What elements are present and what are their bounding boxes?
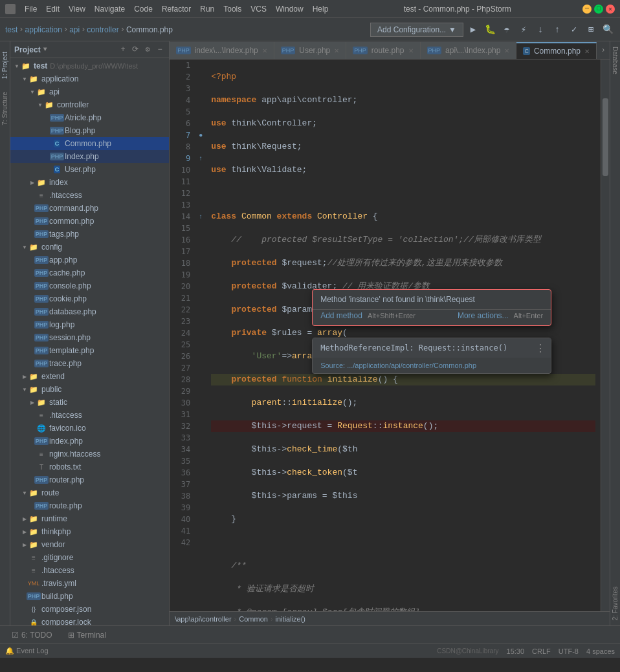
bc-method[interactable]: initialize()	[276, 615, 305, 623]
side-tab-structure[interactable]: 7: Structure	[0, 87, 10, 131]
menu-code[interactable]: Code	[130, 3, 157, 15]
tree-item-composer-lock[interactable]: 🔒 composer.lock	[10, 616, 169, 625]
status-line-ending[interactable]: CRLF	[532, 647, 551, 655]
side-tab-favorites[interactable]: 2: Favorites	[610, 581, 620, 625]
tree-item-composer-json[interactable]: {} composer.json	[10, 603, 169, 616]
tree-item-travis[interactable]: YML .travis.yml	[10, 577, 169, 590]
minimap-scrollbar[interactable]	[601, 60, 610, 611]
tree-item-public[interactable]: ▼ 📁 public	[10, 383, 169, 396]
git-update-button[interactable]: ↓	[533, 23, 548, 37]
tree-item-tags[interactable]: PHP tags.php	[10, 228, 169, 241]
side-tab-database[interactable]: Database	[610, 41, 620, 80]
code-editor[interactable]: 1 2 3 4 5 6 7 8 9 10 11 12 13 14 15 16 1…	[170, 60, 610, 611]
tree-item-template[interactable]: PHP template.php	[10, 344, 169, 357]
menu-file[interactable]: File	[21, 3, 41, 15]
tree-item-htaccess2[interactable]: ≡ .htaccess	[10, 409, 169, 422]
tab-close-route[interactable]: ✕	[408, 47, 414, 54]
add-method-link[interactable]: Add method	[320, 311, 362, 320]
tree-item-common[interactable]: C Common.php	[10, 137, 169, 150]
tree-item-thinkphp[interactable]: ▶ 📁 thinkphp	[10, 525, 169, 538]
tree-item-index-folder[interactable]: ▶ 📁 index	[10, 176, 169, 189]
coverage-button[interactable]: ☂	[500, 23, 514, 37]
tree-item-database[interactable]: PHP database.php	[10, 305, 169, 318]
git-commit-button[interactable]: ✓	[567, 23, 581, 37]
tab-close-index[interactable]: ✕	[262, 47, 267, 54]
tab-terminal[interactable]: ⊞ Terminal	[61, 629, 113, 641]
new-file-icon[interactable]: +	[118, 45, 128, 55]
tab-route-php[interactable]: PHP route.php ✕	[346, 42, 420, 59]
menu-navigate[interactable]: Navigate	[91, 3, 129, 15]
tab-close-common[interactable]: ✕	[584, 48, 590, 55]
tree-item-build[interactable]: PHP build.php	[10, 590, 169, 603]
run-button[interactable]: ▶	[466, 23, 480, 37]
tree-item-config[interactable]: ▼ 📁 config	[10, 241, 169, 254]
status-indent[interactable]: 4 spaces	[586, 647, 615, 655]
tree-item-app[interactable]: PHP app.php	[10, 254, 169, 266]
tree-item-gitignore[interactable]: ≡ .gitignore	[10, 551, 169, 564]
menu-run[interactable]: Run	[196, 3, 218, 15]
close-button[interactable]: ✕	[606, 5, 615, 14]
code-content[interactable]: <?php namespace app\api\controller; use …	[206, 60, 601, 611]
menu-help[interactable]: Help	[309, 3, 333, 15]
tree-item-extend[interactable]: ▶ 📁 extend	[10, 370, 169, 383]
menu-tools[interactable]: Tools	[219, 3, 245, 15]
tree-item-runtime[interactable]: ▶ 📁 runtime	[10, 512, 169, 525]
tree-item-console[interactable]: PHP console.php	[10, 279, 169, 292]
maximize-button[interactable]: □	[594, 5, 603, 14]
method-popup-more[interactable]: ⋮	[535, 342, 546, 355]
sync-icon[interactable]: ⟳	[130, 45, 140, 55]
tree-item-command[interactable]: PHP command.php	[10, 202, 169, 215]
tab-close-api-index[interactable]: ✕	[504, 47, 509, 54]
bc-class[interactable]: Common	[239, 615, 268, 623]
tree-item-cache[interactable]: PHP cache.php	[10, 266, 169, 279]
tree-item-atricle[interactable]: PHP Atricle.php	[10, 111, 169, 124]
tab-common-php[interactable]: C Common.php ✕	[516, 42, 597, 59]
add-configuration-button[interactable]: Add Configuration... ▼	[370, 23, 463, 37]
breadcrumb-api[interactable]: api	[69, 25, 80, 34]
tree-item-nginx[interactable]: ≡ nginx.htaccess	[10, 448, 169, 461]
tab-index-php[interactable]: PHP index\...\Index.php ✕	[170, 42, 274, 59]
git-push-button[interactable]: ↑	[550, 23, 564, 37]
tree-item-favicon[interactable]: 🌐 favicon.ico	[10, 422, 169, 435]
tree-item-trace[interactable]: PHP trace.php	[10, 357, 169, 370]
tree-item-cookie[interactable]: PHP cookie.php	[10, 292, 169, 305]
tab-todo[interactable]: ☑ 6: TODO	[5, 629, 59, 641]
tree-item-common2[interactable]: PHP common.php	[10, 215, 169, 228]
tab-close-user[interactable]: ✕	[334, 47, 339, 54]
tree-item-index[interactable]: PHP Index.php	[10, 150, 169, 163]
minimize-button[interactable]: ─	[582, 5, 592, 14]
tree-item-index-php[interactable]: PHP index.php	[10, 435, 169, 448]
collapse-icon[interactable]: −	[155, 45, 165, 55]
tab-user-php[interactable]: PHP User.php ✕	[274, 42, 347, 59]
tree-item-application[interactable]: ▼ 📁 application	[10, 72, 169, 85]
tab-api-index-php[interactable]: PHP api\...\Index.php ✕	[421, 42, 517, 59]
breadcrumb-test[interactable]: test	[5, 25, 17, 34]
tree-item-blog[interactable]: PHP Blog.php	[10, 124, 169, 137]
tree-item-session[interactable]: PHP session.php	[10, 331, 169, 344]
tree-item-vendor[interactable]: ▶ 📁 vendor	[10, 538, 169, 551]
bc-namespace[interactable]: \app\api\controller	[175, 615, 231, 623]
debug-button[interactable]: 🐛	[483, 23, 497, 37]
side-tab-project[interactable]: 1: Project	[0, 47, 10, 84]
tree-item-user[interactable]: C User.php	[10, 163, 169, 176]
profile-button[interactable]: ⚡	[516, 23, 531, 37]
status-encoding[interactable]: UTF-8	[559, 647, 579, 655]
tree-item-route-php[interactable]: PHP route.php	[10, 499, 169, 512]
more-actions-link[interactable]: More actions...	[458, 311, 509, 320]
tree-item-api[interactable]: ▼ 📁 api	[10, 85, 169, 98]
terminal-button[interactable]: ⊞	[584, 23, 598, 37]
menu-window[interactable]: Window	[272, 3, 307, 15]
tree-item-robots[interactable]: T robots.txt	[10, 461, 169, 473]
tree-item-log[interactable]: PHP log.php	[10, 318, 169, 331]
menu-vcs[interactable]: VCS	[247, 3, 271, 15]
menu-edit[interactable]: Edit	[42, 3, 63, 15]
breadcrumb-controller[interactable]: controller	[87, 25, 118, 34]
tree-item-static[interactable]: ▶ 📁 static	[10, 396, 169, 409]
menu-refactor[interactable]: Refactor	[158, 3, 195, 15]
menu-view[interactable]: View	[65, 3, 89, 15]
tree-item-router[interactable]: PHP router.php	[10, 473, 169, 486]
tree-item-route-folder[interactable]: ▼ 📁 route	[10, 486, 169, 499]
tabs-overflow-button[interactable]: ›	[597, 42, 610, 59]
tree-item-htaccess[interactable]: ≡ .htaccess	[10, 189, 169, 202]
breadcrumb-application[interactable]: application	[25, 25, 62, 34]
